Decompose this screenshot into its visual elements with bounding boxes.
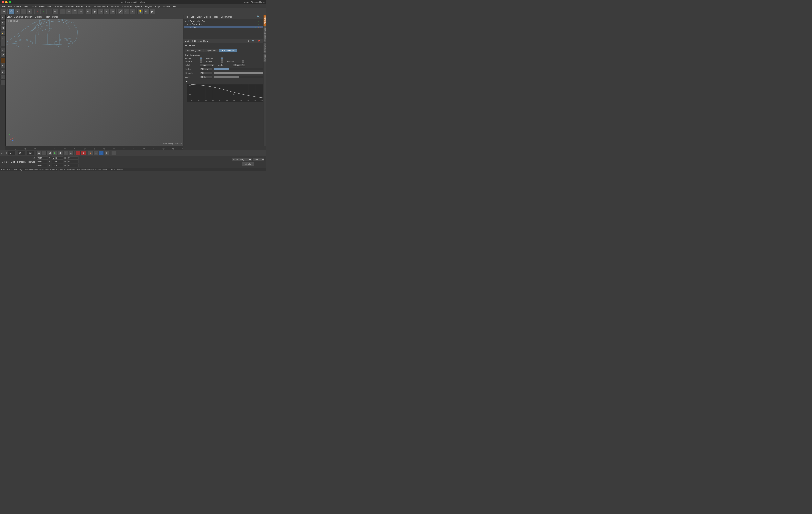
move-tool-button[interactable]: ✛ xyxy=(8,9,14,14)
obj-menu-file[interactable]: File xyxy=(184,16,188,18)
menu-help[interactable]: Help xyxy=(171,4,178,8)
bridge-button[interactable]: ⋯ xyxy=(98,9,104,14)
tool-s1[interactable]: S xyxy=(0,58,5,63)
viewport[interactable]: Perspective xyxy=(6,19,183,146)
weld-button[interactable]: ⊗ xyxy=(110,9,115,14)
rot-h-input[interactable] xyxy=(67,156,79,160)
menu-pipeline[interactable]: Pipeline xyxy=(133,4,143,8)
keyframe-btn-2[interactable]: ◈ xyxy=(93,151,98,155)
scale-tool-button[interactable]: ⤡ xyxy=(14,9,20,14)
menu-plugins[interactable]: Plugins xyxy=(143,4,153,8)
close-button[interactable] xyxy=(2,1,4,3)
obj-item-disc[interactable]: ○ Disc ✓ ■ ■ ✕ xyxy=(184,26,265,28)
spline-area[interactable]: 0.8 0.4 xyxy=(186,84,263,102)
size-z-input[interactable] xyxy=(52,164,63,167)
y-axis-button[interactable]: Y xyxy=(40,9,46,14)
vp-menu-view[interactable]: View xyxy=(7,16,11,18)
weight-button[interactable]: ⚖ xyxy=(124,9,129,14)
circle-select-button[interactable]: ○ xyxy=(66,9,72,14)
attrs-search-btn[interactable]: 🔍 xyxy=(252,39,255,42)
play-button[interactable]: ▶ xyxy=(53,151,57,155)
extrude-button[interactable]: EXT xyxy=(86,9,91,14)
menu-sculpt[interactable]: Sculpt xyxy=(84,4,93,8)
keyframe-btn-3[interactable]: ● xyxy=(99,151,104,155)
tool-sculpt1[interactable]: ⟳ xyxy=(0,70,5,74)
vp-menu-cameras[interactable]: Cameras xyxy=(14,16,23,18)
apply-button[interactable]: Apply xyxy=(242,162,254,166)
undo-button[interactable]: ↩ xyxy=(1,9,6,14)
restrict-checkbox[interactable] xyxy=(242,60,244,62)
obj-menu-tags[interactable]: Tags xyxy=(214,16,219,18)
tool-sculpt2[interactable]: ≡ xyxy=(0,75,5,80)
tab-layers[interactable]: Layers xyxy=(264,54,266,62)
record-button[interactable]: ⏺ xyxy=(58,151,63,155)
size-y-input[interactable] xyxy=(52,160,63,163)
obj-menu-objects[interactable]: Objects xyxy=(204,16,211,18)
vp-menu-filter[interactable]: Filter xyxy=(45,16,50,18)
mode-btn-3[interactable]: ⊞ xyxy=(0,26,5,30)
menu-script[interactable]: Script xyxy=(153,4,161,8)
attrs-menu-mode[interactable]: Mode xyxy=(184,40,190,42)
menu-window[interactable]: Window xyxy=(161,4,171,8)
render2-button[interactable]: ▶ xyxy=(149,9,155,14)
strength-input[interactable] xyxy=(200,72,212,75)
coord-menu-edit[interactable]: Edit xyxy=(10,161,15,163)
menu-render[interactable]: Render xyxy=(75,4,84,8)
coord-menu-create[interactable]: Create xyxy=(2,161,9,163)
maximize-button[interactable] xyxy=(9,1,11,3)
tool-s2[interactable]: S xyxy=(0,63,5,68)
objects-search-btn[interactable]: 🔍 xyxy=(257,16,260,18)
pos-y-input[interactable] xyxy=(37,160,48,163)
paint-button[interactable]: 🖌 xyxy=(118,9,123,14)
max-frame-input[interactable] xyxy=(27,151,34,155)
keyframe-btn-4[interactable]: ⊙ xyxy=(104,151,109,155)
mode-select[interactable]: Group Object World xyxy=(233,63,245,66)
obj-item-symmetry[interactable]: ▶ ◇ Symmetry ✓ ✕ xyxy=(184,23,265,26)
vp-menu-options[interactable]: Options xyxy=(35,16,42,18)
attrs-collapse-btn[interactable]: ◀ xyxy=(248,39,249,42)
menu-character[interactable]: Character xyxy=(121,4,133,8)
tab-current-browser[interactable]: Current Browser xyxy=(264,26,266,43)
knife-button[interactable]: ✂ xyxy=(104,9,110,14)
mode-btn-poly[interactable]: ◆ xyxy=(0,31,5,35)
vp-menu-display[interactable]: Display xyxy=(25,16,32,18)
record-active-button[interactable]: ● xyxy=(76,151,81,155)
pos-z-input[interactable] xyxy=(37,164,48,167)
coord-menu-function[interactable]: Function xyxy=(17,161,26,163)
tab-object-axis[interactable]: Object Axis xyxy=(203,49,219,52)
minimize-button[interactable] xyxy=(5,1,8,3)
attrs-menu-userdata[interactable]: User Data xyxy=(198,40,208,42)
object-rel-dropdown[interactable]: Object (Rel) Object (Abs) World xyxy=(232,158,252,161)
frame-input[interactable] xyxy=(8,151,16,155)
mode-btn-2[interactable]: ✶ xyxy=(0,20,5,25)
mode-btn-1[interactable]: M xyxy=(0,15,5,20)
z-axis-button[interactable]: Z xyxy=(46,9,52,14)
vp-menu-panel[interactable]: Panel xyxy=(52,16,58,18)
play-reverse-button[interactable]: ◀ xyxy=(47,151,52,155)
rubber-checkbox[interactable] xyxy=(221,60,223,62)
strength-slider[interactable] xyxy=(214,72,264,74)
tool-sculpt3[interactable]: ⊙ xyxy=(0,80,5,85)
obj-item-subdivision[interactable]: ▶ ⊕ Subdivision Sur ✓ ✕ xyxy=(184,20,265,23)
tab-structure[interactable]: Structure xyxy=(264,43,266,53)
menu-simulate[interactable]: Simulate xyxy=(64,4,75,8)
enable-checkbox[interactable]: ✓ xyxy=(200,57,202,60)
tool-rotate[interactable]: ↺ xyxy=(0,53,5,58)
rot-p-input[interactable] xyxy=(67,160,79,163)
size-dropdown[interactable]: Size Scale xyxy=(253,158,264,161)
go-start-button[interactable]: ⏮ xyxy=(36,151,41,155)
record-all-button[interactable]: ◉ xyxy=(81,151,86,155)
world-coord-button[interactable]: ⊛ xyxy=(52,9,58,14)
mode-btn-point[interactable]: • xyxy=(0,41,5,46)
x-axis-button[interactable]: X xyxy=(34,9,40,14)
surface-checkbox[interactable] xyxy=(200,60,202,62)
tool-move[interactable]: ↕ xyxy=(0,48,5,52)
menu-mograph[interactable]: MoGraph xyxy=(110,4,121,8)
attrs-pin-btn[interactable]: 📌 xyxy=(257,39,260,42)
prev-frame-button[interactable]: ⟨ xyxy=(42,151,47,155)
falloff-select[interactable]: Linear Cubic Gaussian Constant xyxy=(200,63,214,66)
obj-menu-view[interactable]: View xyxy=(197,16,202,18)
obj-menu-bookmarks[interactable]: Bookmarks xyxy=(221,16,232,18)
smooth-button[interactable]: ~ xyxy=(130,9,135,14)
tab-attributes[interactable]: Attributes xyxy=(264,15,266,26)
